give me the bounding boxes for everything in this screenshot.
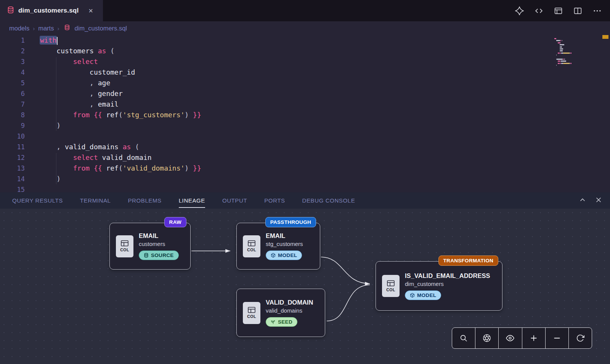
more-actions-icon[interactable] — [593, 6, 602, 15]
tab-lineage[interactable]: LINEAGE — [179, 193, 205, 208]
table-icon — [248, 240, 255, 246]
node-subtitle: valid_domains — [266, 307, 302, 314]
node-title: IS_VALID_EMAIL_ADDRESS — [405, 272, 490, 279]
tab-problems[interactable]: PROBLEMS — [128, 193, 162, 208]
refresh-icon[interactable] — [568, 328, 592, 348]
search-icon[interactable] — [452, 328, 475, 348]
node-title: VALID_DOMAIN — [266, 299, 313, 306]
close-tab-icon[interactable]: × — [88, 7, 93, 14]
breadcrumb-separator: › — [57, 25, 59, 32]
report-icon[interactable] — [554, 6, 563, 15]
code-line[interactable]: 8 from {{ ref('stg_customers') }} — [0, 110, 610, 120]
eye-icon[interactable] — [498, 328, 522, 348]
node-subtitle: stg_customers — [266, 241, 303, 247]
code-editor[interactable]: 1with2 customers as (3 select4 customer_… — [0, 35, 610, 192]
node-title: EMAIL — [139, 232, 158, 239]
code-line[interactable]: 2 customers as ( — [0, 46, 610, 56]
code-line[interactable]: 6 , gender — [0, 88, 610, 99]
code-line[interactable]: 4 customer_id — [0, 67, 610, 78]
minimap[interactable] — [554, 38, 588, 69]
tab-query-results[interactable]: QUERY RESULTS — [12, 193, 63, 208]
lineage-node-is-valid-email-address[interactable]: TRANSFORMATION COL IS_VALID_EMAIL_ADDRES… — [376, 261, 502, 311]
seed-badge: SEED — [266, 317, 297, 327]
panel-actions — [579, 192, 602, 209]
column-chip: COL — [116, 235, 133, 257]
tab-output[interactable]: OUTPUT — [222, 193, 247, 208]
database-icon — [144, 253, 149, 258]
code-line[interactable]: 1with — [0, 35, 610, 46]
cube-icon — [271, 253, 276, 258]
transformation-tag: TRANSFORMATION — [438, 255, 498, 266]
zoom-out-icon[interactable] — [545, 328, 568, 348]
column-chip: COL — [243, 235, 260, 257]
database-icon — [64, 24, 70, 32]
code-line[interactable]: 14 ) — [0, 174, 610, 184]
code-line[interactable]: 11 , valid_domains as ( — [0, 142, 610, 152]
cube-icon — [410, 293, 415, 298]
table-icon — [387, 280, 395, 286]
lineage-node-email-customers[interactable]: RAW COL EMAIL customers SOURCE — [109, 223, 191, 270]
aperture-icon[interactable] — [475, 328, 498, 348]
breadcrumb-separator: › — [33, 25, 35, 32]
tab-bar-spacer — [103, 0, 515, 21]
lineage-node-valid-domain[interactable]: COL VALID_DOMAIN valid_domains SEED — [236, 289, 325, 337]
lineage-canvas[interactable]: RAW COL EMAIL customers SOURCE PASSTHROU… — [0, 209, 610, 364]
code-line[interactable]: 5 , age — [0, 78, 610, 88]
code-line[interactable]: 7 , email — [0, 99, 610, 110]
node-subtitle: customers — [139, 241, 165, 247]
column-chip: COL — [382, 275, 400, 297]
passthrough-tag: PASSTHROUGH — [265, 217, 316, 227]
breadcrumb: models › marts › dim_customers.sql — [0, 21, 610, 35]
code-line[interactable]: 12 select valid_domain — [0, 152, 610, 163]
indent-guide — [56, 153, 56, 184]
raw-tag: RAW — [164, 217, 186, 227]
code-line[interactable]: 15 — [0, 184, 610, 192]
indent-guide — [56, 57, 56, 131]
overview-ruler-marker — [602, 35, 608, 39]
col-label: COL — [247, 247, 256, 252]
col-label: COL — [386, 287, 395, 292]
col-label: COL — [247, 314, 256, 319]
table-icon — [248, 307, 255, 313]
model-badge: MODEL — [405, 291, 441, 300]
breadcrumb-models[interactable]: models — [9, 25, 29, 32]
database-icon — [7, 6, 14, 15]
code-line[interactable]: 13 from {{ ref('valid_domains') }} — [0, 163, 610, 174]
editor-tab-dim-customers[interactable]: dim_customers.sql × — [0, 0, 103, 21]
sprout-icon — [271, 319, 276, 324]
table-icon — [121, 240, 128, 246]
split-editor-icon[interactable] — [573, 6, 582, 15]
code-line[interactable]: 9 ) — [0, 120, 610, 131]
lineage-node-email-stg-customers[interactable]: PASSTHROUGH COL EMAIL stg_customers MODE… — [236, 223, 320, 270]
column-chip: COL — [243, 302, 260, 324]
source-badge: SOURCE — [139, 251, 179, 260]
tab-debug-console[interactable]: DEBUG CONSOLE — [302, 193, 355, 208]
node-title: EMAIL — [266, 232, 285, 239]
tab-title: dim_customers.sql — [18, 7, 79, 14]
tab-ports[interactable]: PORTS — [264, 193, 285, 208]
code-lines: 1with2 customers as (3 select4 customer_… — [0, 35, 610, 192]
code-line[interactable]: 10 — [0, 131, 610, 142]
collapse-panel-icon[interactable] — [579, 196, 586, 205]
zoom-in-icon[interactable] — [522, 328, 545, 348]
editor-tab-bar: dim_customers.sql × — [0, 0, 610, 21]
lineage-toolbar — [452, 327, 592, 349]
close-panel-icon[interactable] — [595, 196, 602, 205]
dbt-extension-icon[interactable] — [515, 6, 524, 15]
breadcrumb-marts[interactable]: marts — [38, 25, 54, 32]
code-icon[interactable] — [535, 6, 543, 15]
breadcrumb-file[interactable]: dim_customers.sql — [74, 25, 127, 32]
editor-actions — [515, 0, 610, 21]
code-line[interactable]: 3 select — [0, 56, 610, 67]
panel-tab-bar: QUERY RESULTS TERMINAL PROBLEMS LINEAGE … — [0, 192, 610, 209]
model-badge: MODEL — [266, 251, 302, 260]
col-label: COL — [120, 247, 129, 252]
node-subtitle: dim_customers — [405, 281, 444, 287]
tab-terminal[interactable]: TERMINAL — [80, 193, 111, 208]
